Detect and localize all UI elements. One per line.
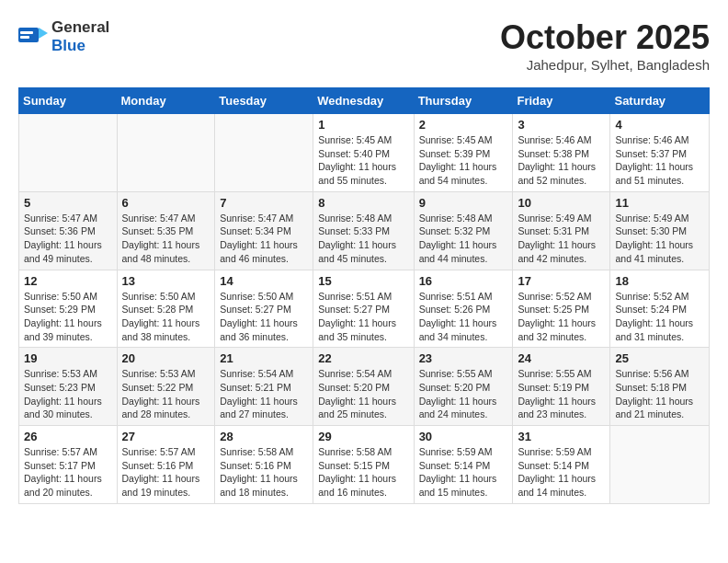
day-number: 12	[24, 274, 112, 288]
svg-rect-3	[20, 36, 29, 39]
calendar-cell: 14Sunrise: 5:50 AM Sunset: 5:27 PM Dayli…	[215, 270, 313, 348]
logo-blue-text: Blue	[51, 37, 85, 54]
month-title: October 2025	[500, 18, 710, 57]
weekday-header-sunday: Sunday	[19, 88, 118, 114]
calendar-cell: 23Sunrise: 5:55 AM Sunset: 5:20 PM Dayli…	[414, 348, 513, 426]
day-number: 30	[419, 430, 508, 443]
calendar-cell: 11Sunrise: 5:49 AM Sunset: 5:30 PM Dayli…	[610, 191, 710, 270]
calendar-cell: 27Sunrise: 5:57 AM Sunset: 5:16 PM Dayli…	[117, 426, 215, 504]
calendar-cell: 13Sunrise: 5:50 AM Sunset: 5:28 PM Dayli…	[117, 270, 215, 348]
cell-info: Sunrise: 5:46 AM Sunset: 5:38 PM Dayligh…	[518, 133, 605, 188]
cell-info: Sunrise: 5:57 AM Sunset: 5:16 PM Dayligh…	[122, 445, 210, 500]
day-number: 8	[318, 196, 408, 210]
cell-info: Sunrise: 5:55 AM Sunset: 5:19 PM Dayligh…	[518, 367, 605, 421]
calendar-cell: 25Sunrise: 5:56 AM Sunset: 5:18 PM Dayli…	[610, 348, 710, 426]
calendar-week-row: 1Sunrise: 5:45 AM Sunset: 5:40 PM Daylig…	[19, 114, 710, 192]
day-number: 13	[122, 274, 210, 288]
cell-info: Sunrise: 5:50 AM Sunset: 5:28 PM Dayligh…	[122, 290, 210, 344]
calendar-cell	[610, 426, 710, 504]
weekday-header-thursday: Thursday	[414, 88, 513, 114]
day-number: 2	[419, 118, 508, 132]
cell-info: Sunrise: 5:49 AM Sunset: 5:31 PM Dayligh…	[518, 212, 605, 266]
cell-info: Sunrise: 5:47 AM Sunset: 5:35 PM Dayligh…	[122, 212, 210, 266]
day-number: 19	[24, 351, 112, 365]
cell-info: Sunrise: 5:52 AM Sunset: 5:24 PM Dayligh…	[615, 290, 704, 344]
calendar-cell: 21Sunrise: 5:54 AM Sunset: 5:21 PM Dayli…	[215, 348, 313, 426]
cell-info: Sunrise: 5:49 AM Sunset: 5:30 PM Dayligh…	[615, 212, 704, 266]
day-number: 14	[220, 274, 308, 288]
weekday-header-tuesday: Tuesday	[215, 88, 313, 114]
cell-info: Sunrise: 5:53 AM Sunset: 5:22 PM Dayligh…	[122, 367, 210, 421]
calendar-cell: 5Sunrise: 5:47 AM Sunset: 5:36 PM Daylig…	[19, 191, 118, 270]
day-number: 31	[518, 430, 605, 443]
calendar-cell: 31Sunrise: 5:59 AM Sunset: 5:14 PM Dayli…	[513, 426, 610, 504]
cell-info: Sunrise: 5:52 AM Sunset: 5:25 PM Dayligh…	[518, 290, 605, 344]
cell-info: Sunrise: 5:57 AM Sunset: 5:17 PM Dayligh…	[24, 445, 112, 500]
day-number: 26	[24, 430, 112, 443]
calendar-cell: 16Sunrise: 5:51 AM Sunset: 5:26 PM Dayli…	[414, 270, 513, 348]
calendar-week-row: 19Sunrise: 5:53 AM Sunset: 5:23 PM Dayli…	[19, 348, 710, 426]
day-number: 9	[419, 196, 508, 210]
svg-marker-1	[39, 28, 48, 39]
calendar-cell: 18Sunrise: 5:52 AM Sunset: 5:24 PM Dayli…	[610, 270, 710, 348]
cell-info: Sunrise: 5:53 AM Sunset: 5:23 PM Dayligh…	[24, 367, 112, 421]
calendar-cell: 30Sunrise: 5:59 AM Sunset: 5:14 PM Dayli…	[414, 426, 513, 504]
weekday-header-wednesday: Wednesday	[313, 88, 414, 114]
day-number: 28	[220, 430, 308, 443]
cell-info: Sunrise: 5:55 AM Sunset: 5:20 PM Dayligh…	[419, 367, 508, 421]
weekday-header-friday: Friday	[513, 88, 610, 114]
cell-info: Sunrise: 5:59 AM Sunset: 5:14 PM Dayligh…	[518, 445, 605, 500]
day-number: 18	[615, 274, 704, 288]
calendar-cell: 28Sunrise: 5:58 AM Sunset: 5:16 PM Dayli…	[215, 426, 313, 504]
day-number: 10	[518, 196, 605, 210]
page-header: General Blue October 2025 Jahedpur, Sylh…	[18, 18, 710, 73]
cell-info: Sunrise: 5:59 AM Sunset: 5:14 PM Dayligh…	[419, 445, 508, 500]
cell-info: Sunrise: 5:45 AM Sunset: 5:40 PM Dayligh…	[318, 133, 408, 188]
cell-info: Sunrise: 5:54 AM Sunset: 5:20 PM Dayligh…	[318, 367, 408, 421]
calendar-cell: 20Sunrise: 5:53 AM Sunset: 5:22 PM Dayli…	[117, 348, 215, 426]
calendar-cell: 10Sunrise: 5:49 AM Sunset: 5:31 PM Dayli…	[513, 191, 610, 270]
logo: General Blue	[18, 18, 109, 55]
calendar-cell: 4Sunrise: 5:46 AM Sunset: 5:37 PM Daylig…	[610, 114, 710, 192]
calendar-week-row: 12Sunrise: 5:50 AM Sunset: 5:29 PM Dayli…	[19, 270, 710, 348]
calendar-cell: 17Sunrise: 5:52 AM Sunset: 5:25 PM Dayli…	[513, 270, 610, 348]
cell-info: Sunrise: 5:48 AM Sunset: 5:32 PM Dayligh…	[419, 212, 508, 266]
weekday-header-monday: Monday	[117, 88, 215, 114]
logo-icon	[18, 24, 48, 50]
calendar-cell: 26Sunrise: 5:57 AM Sunset: 5:17 PM Dayli…	[19, 426, 118, 504]
day-number: 27	[122, 430, 210, 443]
calendar-week-row: 5Sunrise: 5:47 AM Sunset: 5:36 PM Daylig…	[19, 191, 710, 270]
calendar-cell: 29Sunrise: 5:58 AM Sunset: 5:15 PM Dayli…	[313, 426, 414, 504]
day-number: 29	[318, 430, 408, 443]
cell-info: Sunrise: 5:46 AM Sunset: 5:37 PM Dayligh…	[615, 133, 704, 188]
cell-info: Sunrise: 5:45 AM Sunset: 5:39 PM Dayligh…	[419, 133, 508, 188]
day-number: 20	[122, 351, 210, 365]
calendar-cell: 8Sunrise: 5:48 AM Sunset: 5:33 PM Daylig…	[313, 191, 414, 270]
calendar-table: SundayMondayTuesdayWednesdayThursdayFrid…	[18, 87, 710, 504]
day-number: 11	[615, 196, 704, 210]
cell-info: Sunrise: 5:47 AM Sunset: 5:34 PM Dayligh…	[220, 212, 308, 266]
calendar-cell: 3Sunrise: 5:46 AM Sunset: 5:38 PM Daylig…	[513, 114, 610, 192]
day-number: 16	[419, 274, 508, 288]
svg-rect-0	[18, 28, 39, 42]
day-number: 3	[518, 118, 605, 132]
cell-info: Sunrise: 5:56 AM Sunset: 5:18 PM Dayligh…	[615, 367, 704, 421]
day-number: 22	[318, 351, 408, 365]
cell-info: Sunrise: 5:51 AM Sunset: 5:26 PM Dayligh…	[419, 290, 508, 344]
calendar-cell: 24Sunrise: 5:55 AM Sunset: 5:19 PM Dayli…	[513, 348, 610, 426]
day-number: 23	[419, 351, 508, 365]
day-number: 25	[615, 351, 704, 365]
cell-info: Sunrise: 5:50 AM Sunset: 5:29 PM Dayligh…	[24, 290, 112, 344]
calendar-cell: 7Sunrise: 5:47 AM Sunset: 5:34 PM Daylig…	[215, 191, 313, 270]
calendar-cell: 12Sunrise: 5:50 AM Sunset: 5:29 PM Dayli…	[19, 270, 118, 348]
weekday-header-row: SundayMondayTuesdayWednesdayThursdayFrid…	[19, 88, 710, 114]
day-number: 15	[318, 274, 408, 288]
logo-general-text: General	[51, 18, 109, 36]
day-number: 17	[518, 274, 605, 288]
calendar-cell: 2Sunrise: 5:45 AM Sunset: 5:39 PM Daylig…	[414, 114, 513, 192]
cell-info: Sunrise: 5:58 AM Sunset: 5:15 PM Dayligh…	[318, 445, 408, 500]
calendar-cell: 15Sunrise: 5:51 AM Sunset: 5:27 PM Dayli…	[313, 270, 414, 348]
day-number: 4	[615, 118, 704, 132]
calendar-cell	[19, 114, 118, 192]
calendar-cell: 9Sunrise: 5:48 AM Sunset: 5:32 PM Daylig…	[414, 191, 513, 270]
